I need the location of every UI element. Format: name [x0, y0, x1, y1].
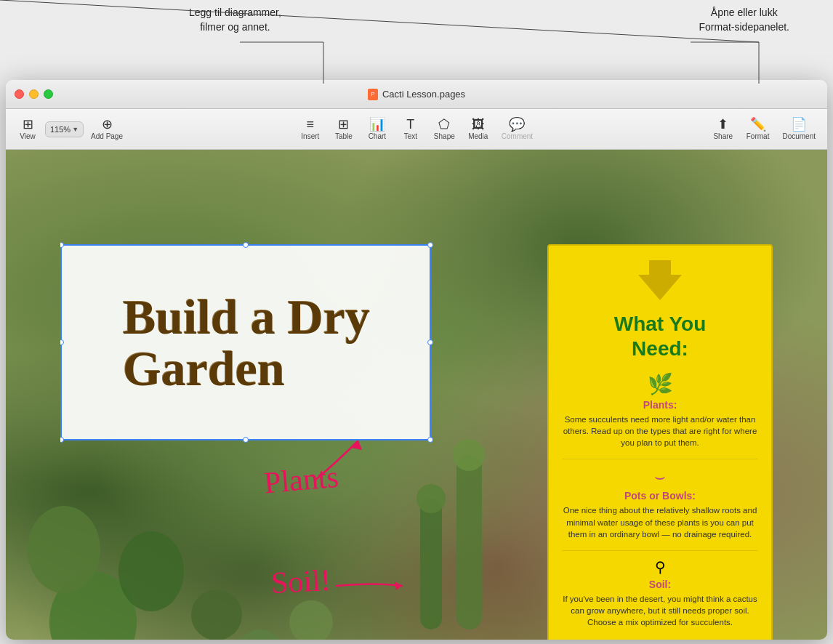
title-text-box[interactable]: Build a DryGarden: [60, 244, 431, 440]
toolbar-right: ⬆ Share ✏️ Format 📄 Document: [619, 115, 822, 143]
view-button[interactable]: ⊞ View: [12, 115, 44, 143]
media-icon: 🖼: [472, 118, 485, 131]
zoom-button[interactable]: 115% ▼: [45, 121, 84, 137]
plants-section-text: Some succulents need more light and/or w…: [562, 414, 758, 448]
shape-label: Shape: [434, 132, 455, 140]
soil-section-title: Soil:: [562, 579, 758, 590]
plants-section-title: Plants:: [562, 399, 758, 411]
view-icon: ⊞: [23, 118, 33, 131]
document-area[interactable]: Build a DryGarden Plants Soil! Bowls: [6, 150, 827, 640]
panel-section-plants: 🌿 Plants: Some succulents need more ligh…: [562, 372, 758, 448]
add-page-icon: ⊕: [102, 118, 113, 131]
panel-section-bowls: ⌣ Pots or Bowls: One nice thing about th…: [562, 467, 758, 539]
comment-button[interactable]: 💬 Comment: [496, 115, 539, 143]
shape-button[interactable]: ⬠ Shape: [428, 115, 461, 143]
window-title: P Cacti Lesson.pages: [368, 89, 465, 100]
handwriting-plants: Plants: [262, 459, 339, 501]
divider-1: [562, 459, 758, 459]
chart-icon: 📊: [369, 118, 385, 131]
handle-tr[interactable]: [427, 242, 433, 248]
panel-heading: What YouNeed:: [562, 312, 758, 361]
document-button[interactable]: 📄 Document: [776, 115, 821, 143]
plants-body-text: Some succulents need more light and/or w…: [563, 415, 757, 447]
handle-tl[interactable]: [60, 242, 64, 248]
format-button[interactable]: ✏️ Format: [741, 115, 776, 143]
soil-title-text: Soil:: [649, 579, 671, 590]
toolbar-center: ≡ Insert ⊞ Table 📊 Chart T Text ⬠ Shape: [214, 115, 619, 143]
divider-2: [562, 550, 758, 551]
handle-tm[interactable]: [243, 242, 249, 248]
close-button[interactable]: [15, 89, 24, 99]
tooltip-lines: [0, 0, 833, 87]
plants-icon: 🌿: [562, 372, 758, 396]
pages-doc-icon: P: [368, 89, 378, 100]
plants-title-text: Plants:: [643, 399, 677, 411]
insert-button[interactable]: ≡ Insert: [294, 115, 326, 143]
share-label: Share: [713, 132, 733, 140]
document-label: Document: [782, 132, 816, 140]
tooltip-area: Legg til diagrammer,filmer og annet. Åpn…: [0, 0, 833, 87]
table-icon: ⊞: [338, 118, 349, 131]
maximize-button[interactable]: [44, 89, 53, 99]
titlebar: P Cacti Lesson.pages: [6, 80, 827, 109]
tooltip-left: Legg til diagrammer,filmer og annet.: [189, 6, 281, 34]
traffic-lights: [15, 89, 53, 99]
shape-icon: ⬠: [438, 118, 450, 131]
bowls-body-text: One nice thing about the relatively shal…: [563, 506, 757, 538]
minimize-button[interactable]: [29, 89, 39, 99]
info-panel: What YouNeed: 🌿 Plants: Some succulents …: [547, 244, 773, 640]
handle-bm[interactable]: [243, 437, 249, 443]
tooltip-right-text: Åpne eller lukkFormat-sidepanelet.: [699, 7, 789, 33]
svg-marker-22: [395, 581, 402, 590]
bowls-section-text: One nice thing about the relatively shal…: [562, 504, 758, 539]
handwriting-soil: Soil!: [270, 563, 331, 600]
handle-br[interactable]: [427, 437, 433, 443]
table-button[interactable]: ⊞ Table: [328, 115, 360, 143]
plants-text: Plants: [262, 460, 339, 500]
share-button[interactable]: ⬆ Share: [707, 115, 739, 143]
zoom-chevron-icon: ▼: [72, 126, 79, 133]
insert-icon: ≡: [307, 118, 315, 131]
toolbar: ⊞ View 115% ▼ ⊕ Add Page ≡ Insert ⊞: [6, 109, 827, 150]
table-label: Table: [335, 132, 353, 140]
doc-page: Build a DryGarden Plants Soil! Bowls: [60, 157, 773, 640]
soil-body-text: If you've been in the desert, you might …: [563, 595, 757, 627]
add-page-label: Add Page: [91, 132, 123, 140]
handle-bl[interactable]: [60, 437, 64, 443]
text-icon: T: [406, 118, 414, 131]
text-button[interactable]: T Text: [395, 115, 427, 143]
svg-line-2: [0, 0, 759, 42]
document-title: Build a DryGarden: [122, 291, 369, 395]
soil-icon: ⚲: [562, 558, 758, 576]
chart-label: Chart: [369, 132, 386, 140]
svg-marker-21: [351, 440, 362, 450]
zoom-value: 115%: [50, 125, 71, 134]
text-label: Text: [404, 132, 417, 140]
handle-mr[interactable]: [427, 339, 433, 345]
soil-section-text: If you've been in the desert, you might …: [562, 593, 758, 628]
document-icon: 📄: [791, 118, 807, 131]
panel-section-soil: ⚲ Soil: If you've been in the desert, yo…: [562, 558, 758, 628]
handle-ml[interactable]: [60, 339, 64, 345]
comment-icon: 💬: [509, 118, 525, 131]
toolbar-left: ⊞ View 115% ▼ ⊕ Add Page: [12, 115, 214, 143]
bowls-icon: ⌣: [562, 467, 758, 487]
chart-button[interactable]: 📊 Chart: [361, 115, 393, 143]
soil-text: Soil!: [270, 563, 331, 600]
insert-label: Insert: [301, 132, 319, 140]
pages-window: P Cacti Lesson.pages ⊞ View 115% ▼ ⊕ Add…: [6, 80, 827, 640]
tooltip-right: Åpne eller lukkFormat-sidepanelet.: [699, 6, 789, 34]
bowls-section-title: Pots or Bowls:: [562, 490, 758, 502]
title-text: Cacti Lesson.pages: [382, 89, 465, 100]
share-icon: ⬆: [717, 118, 728, 131]
tooltip-left-text: Legg til diagrammer,filmer og annet.: [189, 7, 281, 33]
add-page-button[interactable]: ⊕ Add Page: [85, 115, 129, 143]
panel-arrow-icon: [562, 260, 758, 303]
format-icon: ✏️: [750, 118, 766, 131]
view-label: View: [20, 132, 36, 140]
format-label: Format: [747, 132, 770, 140]
media-button[interactable]: 🖼 Media: [462, 115, 494, 143]
svg-marker-24: [638, 260, 682, 300]
bowls-title-text: Pots or Bowls:: [624, 490, 696, 502]
media-label: Media: [468, 132, 488, 140]
